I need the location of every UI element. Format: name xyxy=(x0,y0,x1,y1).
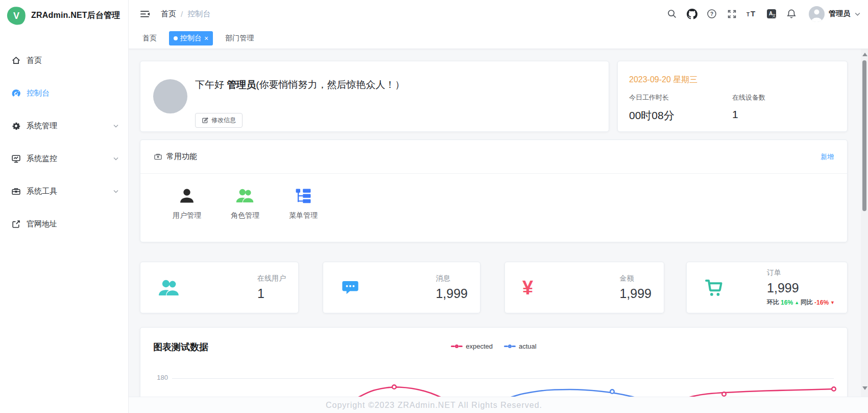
online-users-icon xyxy=(158,278,180,298)
sidebar-collapse-icon[interactable] xyxy=(139,9,150,19)
date-card: 2023-09-20 星期三 今日工作时长 00时08分 在线设备数 1 xyxy=(617,61,848,132)
line-chart xyxy=(140,328,848,397)
trend-row: 环比 16% ▲ 同比 -16% ▼ xyxy=(767,298,835,307)
github-icon[interactable] xyxy=(686,8,697,19)
work-time-block: 今日工作时长 00时08分 xyxy=(629,93,674,123)
sidebar-item-label: 系统管理 xyxy=(27,121,57,131)
toolbox-icon xyxy=(11,187,21,196)
stat-label: 金额 xyxy=(619,274,634,283)
sidebar-item-label: 系统工具 xyxy=(27,187,57,196)
online-devices-block: 在线设备数 1 xyxy=(732,93,765,121)
stat-value: 1,999 xyxy=(436,286,468,301)
quick-item-menu-manage[interactable]: 菜单管理 xyxy=(274,185,332,220)
quick-item-user-manage[interactable]: 用户管理 xyxy=(158,185,216,220)
monitor-icon xyxy=(11,154,21,164)
today-date: 2023-09-20 星期三 xyxy=(629,75,697,85)
quick-item-label: 菜单管理 xyxy=(289,211,318,220)
stat-text-block: 金额 1,999 xyxy=(619,274,652,301)
stat-card-online-users: 在线用户 1 xyxy=(140,262,299,313)
help-icon[interactable]: ? xyxy=(706,8,717,19)
sidebar-menu: 首页 控制台 系统管理 系统监控 系统工具 xyxy=(0,31,128,240)
tab-department[interactable]: 部门管理 xyxy=(220,31,259,45)
greeting-text: 下午好 管理员(你要悄悄努力，然后惊艳众人！） xyxy=(195,78,405,91)
language-icon[interactable]: A文 xyxy=(766,8,777,19)
stat-card-amount: ¥ 金额 1,999 xyxy=(504,262,664,313)
svg-text:T: T xyxy=(746,12,750,17)
footer: Copyright ©2023 ZRAdmin.NET All Rights R… xyxy=(0,397,868,413)
menu-tree-icon xyxy=(295,185,312,206)
font-size-icon[interactable]: TT xyxy=(746,8,757,19)
sidebar-item-home[interactable]: 首页 xyxy=(0,44,128,77)
quick-functions-title: 常用功能 xyxy=(166,152,197,162)
close-icon[interactable]: × xyxy=(204,35,208,42)
scroll-up-icon[interactable] xyxy=(862,53,867,56)
sidebar-item-label: 官网地址 xyxy=(27,219,57,229)
external-link-icon xyxy=(11,219,21,229)
down-arrow-icon: ▼ xyxy=(830,300,835,305)
chevron-down-icon xyxy=(113,187,119,196)
sidebar-item-system-manage[interactable]: 系统管理 xyxy=(0,109,128,142)
sidebar-item-dashboard[interactable]: 控制台 xyxy=(0,77,128,109)
avatar xyxy=(809,6,825,22)
stat-text-block: 消息 1,999 xyxy=(436,274,468,301)
home-icon xyxy=(11,56,21,65)
navbar: 首页 / 控制台 ? TT A文 管理员 xyxy=(129,0,868,28)
scroll-down-icon[interactable] xyxy=(862,386,867,390)
main-content: 下午好 管理员(你要悄悄努力，然后惊艳众人！） 修改信息 2023-09-20 … xyxy=(129,49,868,397)
quick-item-label: 角色管理 xyxy=(231,211,259,220)
scrollbar-thumb[interactable] xyxy=(862,60,866,211)
sidebar-item-system-monitor[interactable]: 系统监控 xyxy=(0,142,128,175)
stat-value: 1,999 xyxy=(767,281,799,295)
logo-icon: V xyxy=(6,5,27,27)
quick-item-label: 用户管理 xyxy=(173,211,201,220)
breadcrumb-current: 控制台 xyxy=(187,9,210,19)
add-link[interactable]: 新增 xyxy=(821,152,834,162)
stat-card-orders: 订单 1,999 环比 16% ▲ 同比 -16% ▼ xyxy=(686,262,848,313)
quick-functions-card: 常用功能 新增 用户管理 角色管理 菜单管理 xyxy=(140,140,848,242)
welcome-card: 下午好 管理员(你要悄悄努力，然后惊艳众人！） 修改信息 xyxy=(140,61,609,132)
svg-text:T: T xyxy=(751,9,755,18)
app-logo[interactable]: V ZRAdmin.NET后台管理 xyxy=(0,0,128,31)
quick-item-role-manage[interactable]: 角色管理 xyxy=(216,185,274,220)
stat-value: 1 xyxy=(257,286,264,301)
work-time-label: 今日工作时长 xyxy=(629,93,674,102)
sidebar-item-label: 控制台 xyxy=(27,88,50,98)
bell-icon[interactable] xyxy=(786,8,797,19)
profile-avatar[interactable] xyxy=(153,79,187,113)
breadcrumb-home[interactable]: 首页 xyxy=(161,9,176,19)
mom-label: 环比 xyxy=(767,298,779,307)
stat-text-block: 在线用户 1 xyxy=(257,274,286,301)
user-menu[interactable]: 管理员 xyxy=(809,6,861,22)
sidebar-item-label: 系统监控 xyxy=(27,154,57,164)
edit-icon xyxy=(202,117,208,124)
greeting-username: 管理员 xyxy=(227,79,256,90)
gear-icon xyxy=(11,121,21,131)
edit-info-button[interactable]: 修改信息 xyxy=(195,113,243,128)
fullscreen-icon[interactable] xyxy=(726,8,737,19)
sidebar-item-official-site[interactable]: 官网地址 xyxy=(0,208,128,240)
vertical-scrollbar[interactable] xyxy=(861,49,868,397)
svg-text:?: ? xyxy=(710,11,713,17)
stat-value: 1,999 xyxy=(619,286,652,301)
up-arrow-icon: ▲ xyxy=(794,300,799,305)
tab-home[interactable]: 首页 xyxy=(137,31,162,45)
tags-bar: 首页 控制台 × 部门管理 xyxy=(129,28,868,49)
online-devices-value: 1 xyxy=(732,108,765,121)
cart-icon xyxy=(704,278,725,297)
stat-text-block: 订单 1,999 环比 16% ▲ 同比 -16% ▼ xyxy=(767,268,835,307)
briefcase-icon xyxy=(154,152,162,161)
tab-dashboard[interactable]: 控制台 × xyxy=(169,31,213,45)
stat-label: 在线用户 xyxy=(257,274,286,283)
sidebar-item-system-tools[interactable]: 系统工具 xyxy=(0,175,128,208)
yoy-label: 同比 xyxy=(801,298,813,307)
yoy-value: -16% xyxy=(814,299,829,306)
copyright-text: Copyright ©2023 ZRAdmin.NET All Rights R… xyxy=(326,401,542,410)
active-dot-icon xyxy=(174,36,178,40)
search-icon[interactable] xyxy=(666,8,678,19)
stat-label: 订单 xyxy=(767,268,781,278)
chevron-down-icon xyxy=(113,122,119,130)
quick-functions-list: 用户管理 角色管理 菜单管理 xyxy=(158,185,332,220)
username: 管理员 xyxy=(829,9,850,18)
chart-card: 图表测试数据 expected actual 180 xyxy=(140,327,848,397)
chevron-down-icon xyxy=(854,11,861,17)
